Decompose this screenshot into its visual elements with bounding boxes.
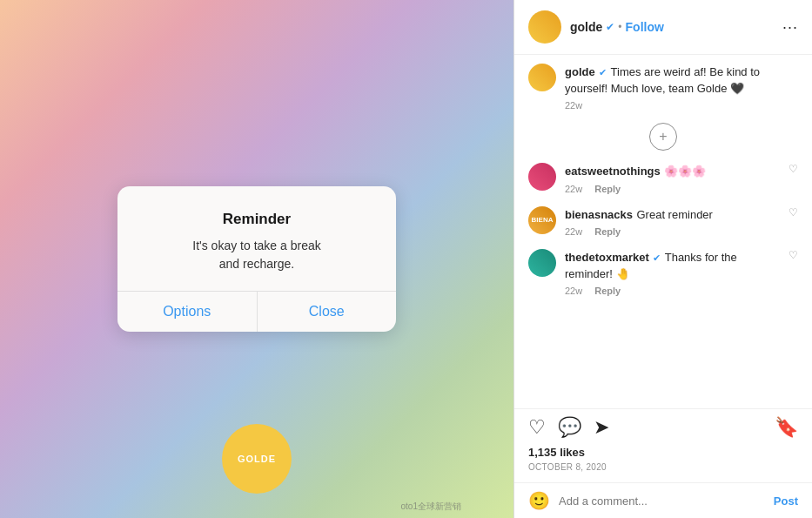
options-button[interactable]: Options bbox=[117, 292, 258, 332]
comment-reply-1[interactable]: Reply bbox=[594, 184, 621, 194]
load-more-button[interactable]: + bbox=[649, 123, 677, 151]
comment-time-3: 22w bbox=[565, 286, 582, 296]
bookmark-button[interactable]: 🔖 bbox=[775, 416, 798, 439]
golde-logo: GOLDE bbox=[222, 424, 292, 494]
likes-count: 1,135 likes bbox=[528, 446, 798, 459]
comment-input[interactable] bbox=[559, 494, 774, 508]
comment-row: BIENA bienasnacks Great reminder 22w Rep… bbox=[528, 206, 798, 237]
commenter-username-1: eatsweetnothings bbox=[565, 165, 661, 178]
like-icon-3[interactable]: ♡ bbox=[789, 249, 798, 261]
action-icons: ♡ 💬 ➤ 🔖 bbox=[528, 416, 798, 439]
caption-verified: ✔ bbox=[599, 67, 607, 77]
comment-reply-2[interactable]: Reply bbox=[594, 226, 621, 237]
comment-row: thedetoxmarket ✔ Thanks for the reminder… bbox=[528, 249, 798, 296]
dialog-message: It's okay to take a breakand recharge. bbox=[138, 237, 375, 273]
caption-time: 22w bbox=[565, 100, 582, 111]
comment-meta-2: 22w Reply bbox=[565, 226, 780, 237]
comment-meta-3: 22w Reply bbox=[565, 286, 780, 296]
commenter-verified-3: ✔ bbox=[653, 252, 661, 263]
comment-text-1: 🌸🌸🌸 bbox=[664, 165, 706, 178]
left-panel: Reminder It's okay to take a breakand re… bbox=[0, 0, 513, 518]
commenter-username-3: thedetoxmarket bbox=[565, 251, 649, 264]
right-panel: golde ✔ • Follow ··· golde ✔ Times are w… bbox=[513, 0, 812, 518]
comment-time-2: 22w bbox=[565, 226, 582, 237]
more-button[interactable]: ··· bbox=[782, 19, 798, 35]
like-icon-1[interactable]: ♡ bbox=[789, 163, 798, 175]
caption-body: golde ✔ Times are weird af! Be kind to y… bbox=[565, 64, 798, 111]
comment-row: eatsweetnothings 🌸🌸🌸 22w Reply ♡ bbox=[528, 163, 798, 193]
comment-body-1: eatsweetnothings 🌸🌸🌸 22w Reply bbox=[565, 163, 780, 193]
comment-avatar-3 bbox=[528, 249, 556, 277]
caption-username: golde bbox=[565, 65, 595, 78]
plus-icon: + bbox=[659, 129, 667, 145]
post-date: OCTOBER 8, 2020 bbox=[528, 462, 798, 472]
comment-body-3: thedetoxmarket ✔ Thanks for the reminder… bbox=[565, 249, 780, 296]
follow-button[interactable]: Follow bbox=[626, 20, 664, 34]
like-icon-2[interactable]: ♡ bbox=[789, 206, 798, 219]
share-button[interactable]: ➤ bbox=[594, 416, 609, 439]
commenter-username-2: bienasnacks bbox=[565, 208, 633, 221]
caption-meta: 22w bbox=[565, 100, 798, 111]
username-area: golde ✔ • Follow bbox=[570, 20, 775, 34]
caption-row: golde ✔ Times are weird af! Be kind to y… bbox=[528, 64, 798, 111]
header-username: golde bbox=[570, 20, 602, 34]
like-button[interactable]: ♡ bbox=[528, 416, 546, 439]
watermark: oto1全球新营销 bbox=[401, 501, 461, 513]
comment-button[interactable]: 💬 bbox=[558, 416, 581, 439]
avatar bbox=[528, 10, 561, 44]
comment-text-2: Great reminder bbox=[637, 208, 713, 221]
verified-badge: ✔ bbox=[606, 21, 614, 33]
watermark-text: oto1全球新营销 bbox=[401, 501, 461, 513]
comment-reply-3[interactable]: Reply bbox=[594, 286, 621, 296]
post-header: golde ✔ • Follow ··· bbox=[514, 0, 812, 55]
comment-avatar-2: BIENA bbox=[528, 206, 556, 234]
post-button[interactable]: Post bbox=[774, 494, 798, 508]
dot-separator: • bbox=[618, 21, 621, 33]
emoji-button[interactable]: 🙂 bbox=[528, 490, 550, 511]
comment-body-2: bienasnacks Great reminder 22w Reply bbox=[565, 206, 780, 237]
comment-time-1: 22w bbox=[565, 184, 582, 194]
comments-area: golde ✔ Times are weird af! Be kind to y… bbox=[514, 55, 812, 408]
dialog-title: Reminder bbox=[138, 211, 375, 228]
reminder-dialog: Reminder It's okay to take a breakand re… bbox=[117, 186, 396, 332]
username-row: golde ✔ • Follow bbox=[570, 20, 775, 34]
actions-bar: ♡ 💬 ➤ 🔖 1,135 likes OCTOBER 8, 2020 bbox=[514, 408, 812, 482]
logo-text: GOLDE bbox=[238, 454, 276, 464]
comment-meta-1: 22w Reply bbox=[565, 184, 780, 194]
add-comment-row: 🙂 Post bbox=[514, 482, 812, 518]
caption-avatar bbox=[528, 64, 556, 91]
dialog-content: Reminder It's okay to take a breakand re… bbox=[117, 186, 396, 292]
comment-avatar-1 bbox=[528, 163, 556, 191]
close-button[interactable]: Close bbox=[258, 292, 397, 332]
dialog-buttons: Options Close bbox=[117, 292, 396, 332]
